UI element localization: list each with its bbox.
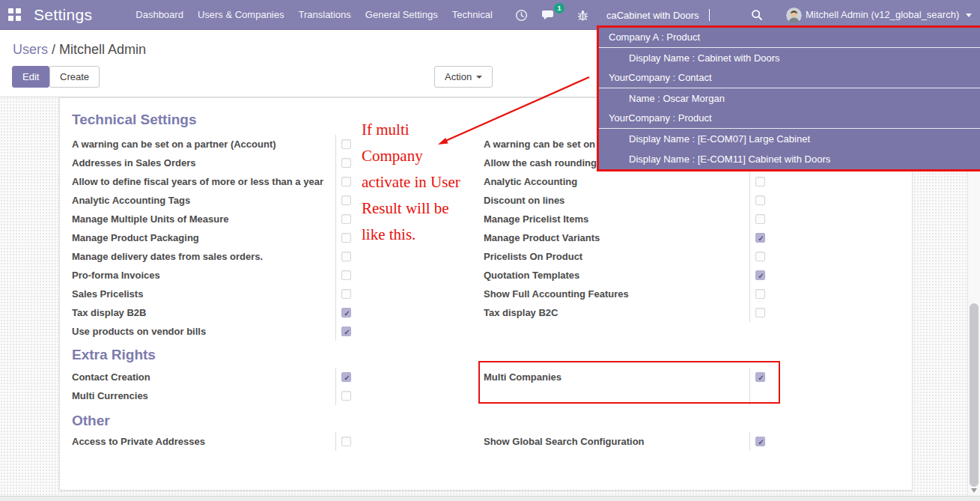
annotation-line: Result will be xyxy=(362,195,460,222)
search-result-category: YourCompany : Product xyxy=(599,109,980,129)
checkbox-cell xyxy=(335,322,484,341)
setting-label: Quotation Templates xyxy=(484,266,749,285)
setting-checkbox[interactable] xyxy=(341,252,351,261)
setting-label: Addresses in Sales Orders xyxy=(72,154,335,172)
nav-item-general-settings[interactable]: General Settings xyxy=(365,0,438,30)
main-menu: Dashboard Users & Companies Translations… xyxy=(136,0,493,30)
search-result-item[interactable]: Name : Oscar Morgan xyxy=(599,88,980,109)
setting-checkbox[interactable] xyxy=(341,139,351,149)
nav-item-technical[interactable]: Technical xyxy=(452,0,493,30)
setting-label: Analytic Accounting xyxy=(484,172,749,191)
checkbox-cell xyxy=(335,266,484,285)
checkbox-cell xyxy=(335,303,484,322)
setting-checkbox[interactable] xyxy=(755,252,765,261)
checkbox-cell xyxy=(749,172,900,191)
search-result-item[interactable]: Display Name : Cabinet with Doors xyxy=(599,48,980,68)
setting-label: Manage Pricelist Items xyxy=(484,210,749,228)
user-menu-caret-icon xyxy=(966,13,972,17)
annotation-line: If multi xyxy=(362,117,460,143)
annotation-line: activate in User xyxy=(362,169,460,195)
setting-label: Manage Product Packaging xyxy=(72,228,335,247)
setting-checkbox[interactable] xyxy=(341,158,351,168)
setting-checkbox[interactable] xyxy=(755,437,765,446)
action-caret-icon xyxy=(476,76,482,79)
setting-checkbox[interactable] xyxy=(341,327,351,336)
search-results-dropdown: Company A : ProductDisplay Name : Cabine… xyxy=(597,25,980,171)
create-button[interactable]: Create xyxy=(49,66,100,88)
setting-label: Pro-forma Invoices xyxy=(72,266,335,285)
annotation-text: If multiCompanyactivate in UserResult wi… xyxy=(362,117,460,248)
messages-icon[interactable] xyxy=(542,0,556,30)
annotation-line: Company xyxy=(362,143,460,169)
setting-checkbox[interactable] xyxy=(341,195,351,205)
checkbox-cell xyxy=(335,386,484,405)
nav-item-dashboard[interactable]: Dashboard xyxy=(136,0,183,30)
breadcrumb-users-link[interactable]: Users xyxy=(13,42,48,57)
checkbox-cell xyxy=(749,247,900,266)
activities-clock-icon[interactable] xyxy=(515,0,528,30)
setting-label: Show Full Accounting Features xyxy=(484,285,749,303)
breadcrumb: Users / Mitchell Admin xyxy=(13,42,146,58)
nav-item-users-companies[interactable]: Users & Companies xyxy=(198,0,284,30)
scrollbar-thumb[interactable] xyxy=(970,303,979,487)
setting-checkbox[interactable] xyxy=(755,233,765,243)
search-result-category: Company A : Product xyxy=(599,28,980,48)
setting-checkbox[interactable] xyxy=(341,372,351,382)
text-cursor xyxy=(709,9,710,21)
checkbox-cell xyxy=(749,210,900,228)
setting-label: Manage Multiple Units of Measure xyxy=(72,210,335,228)
setting-checkbox[interactable] xyxy=(755,270,765,280)
setting-checkbox[interactable] xyxy=(755,195,765,205)
checkbox-cell xyxy=(335,247,484,266)
apps-menu-icon[interactable] xyxy=(8,8,21,21)
setting-checkbox[interactable] xyxy=(755,177,765,186)
checkbox-cell xyxy=(749,266,900,285)
action-dropdown-button[interactable]: Action xyxy=(434,66,493,88)
action-label: Action xyxy=(445,71,472,82)
checkbox-cell xyxy=(335,285,484,303)
edit-button[interactable]: Edit xyxy=(12,66,49,88)
setting-label: Tax display B2B xyxy=(72,303,335,322)
setting-label: Pricelists On Product xyxy=(484,247,749,266)
scrollbar-down-arrow[interactable] xyxy=(971,488,977,493)
global-search-input[interactable] xyxy=(606,7,705,23)
setting-checkbox[interactable] xyxy=(755,289,765,299)
setting-checkbox[interactable] xyxy=(341,233,351,243)
user-avatar[interactable] xyxy=(786,7,802,23)
setting-label: Allow to define fiscal years of more or … xyxy=(72,172,335,191)
setting-label: A warning can be set on a partner (Accou… xyxy=(72,135,335,154)
checkbox-cell xyxy=(749,303,900,322)
checkbox-cell xyxy=(749,285,900,303)
setting-label: Manage Product Variants xyxy=(484,228,749,247)
messages-count-badge: 1 xyxy=(554,3,564,13)
setting-label: Sales Pricelists xyxy=(72,285,335,303)
breadcrumb-separator: / xyxy=(52,42,55,57)
setting-label: Analytic Accounting Tags xyxy=(72,191,335,210)
setting-checkbox[interactable] xyxy=(755,308,765,318)
other-grid: Access to Private AddressesShow Global S… xyxy=(72,432,900,451)
checkbox-cell xyxy=(749,228,900,247)
horizontal-scrollbar[interactable] xyxy=(0,496,980,501)
checkbox-cell xyxy=(335,368,484,386)
search-result-item[interactable]: Display Name : [E-COM07] Large Cabinet xyxy=(599,129,980,149)
app-title[interactable]: Settings xyxy=(34,6,92,24)
setting-checkbox[interactable] xyxy=(341,437,351,446)
setting-checkbox[interactable] xyxy=(341,214,351,224)
setting-label: Show Global Search Configuration xyxy=(484,432,749,451)
setting-checkbox[interactable] xyxy=(341,177,351,186)
setting-checkbox[interactable] xyxy=(341,391,351,401)
setting-label: Discount on lines xyxy=(484,191,749,210)
setting-label: Contact Creation xyxy=(72,368,335,386)
search-result-item[interactable]: Display Name : [E-COM11] Cabinet with Do… xyxy=(599,149,980,169)
setting-checkbox[interactable] xyxy=(341,308,351,318)
setting-label: Manage delivery dates from sales orders. xyxy=(72,247,335,266)
setting-checkbox[interactable] xyxy=(341,270,351,280)
annotation-line: like this. xyxy=(362,222,460,248)
breadcrumb-current: Mitchell Admin xyxy=(59,42,146,57)
checkbox-cell xyxy=(749,432,900,451)
nav-item-translations[interactable]: Translations xyxy=(299,0,351,30)
setting-checkbox[interactable] xyxy=(341,289,351,299)
setting-label: Use products on vendor bills xyxy=(72,322,335,341)
setting-checkbox[interactable] xyxy=(755,214,765,224)
debug-bug-icon[interactable] xyxy=(576,0,589,30)
